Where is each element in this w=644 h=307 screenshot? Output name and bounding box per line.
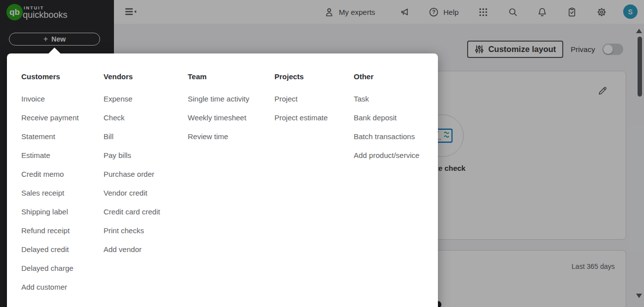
menu-item-credit-card-credit[interactable]: Credit card credit: [104, 202, 188, 221]
menu-item-project[interactable]: Project: [274, 89, 354, 108]
menu-item-delayed-charge[interactable]: Delayed charge: [21, 258, 104, 277]
menu-item-credit-memo[interactable]: Credit memo: [21, 164, 104, 183]
menu-column-title: Vendors: [104, 72, 188, 82]
menu-column-title: Projects: [274, 72, 354, 82]
menu-item-shipping-label[interactable]: Shipping label: [21, 202, 104, 221]
menu-item-expense[interactable]: Expense: [104, 89, 188, 108]
menu-item-refund-receipt[interactable]: Refund receipt: [21, 221, 104, 240]
menu-item-single-time-activity[interactable]: Single time activity: [188, 89, 274, 108]
menu-item-purchase-order[interactable]: Purchase order: [104, 164, 188, 183]
menu-column-vendors: VendorsExpenseCheckBillPay billsPurchase…: [104, 72, 188, 307]
menu-item-vendor-credit[interactable]: Vendor credit: [104, 183, 188, 202]
menu-item-project-estimate[interactable]: Project estimate: [274, 108, 354, 127]
menu-column-other: OtherTaskBank depositBatch transactionsA…: [354, 72, 437, 307]
menu-item-review-time[interactable]: Review time: [188, 127, 274, 146]
menu-column-title: Team: [188, 72, 274, 82]
menu-column-team: TeamSingle time activityWeekly timesheet…: [188, 72, 274, 307]
menu-item-pay-bills[interactable]: Pay bills: [104, 146, 188, 164]
popup-caret: [49, 48, 60, 53]
menu-item-batch-transactions[interactable]: Batch transactions: [354, 127, 437, 146]
menu-item-bill[interactable]: Bill: [104, 127, 188, 146]
menu-item-estimate[interactable]: Estimate: [21, 146, 104, 164]
menu-item-statement[interactable]: Statement: [21, 127, 104, 146]
menu-column-projects: ProjectsProjectProject estimate: [274, 72, 354, 307]
menu-item-add-product-service[interactable]: Add product/service: [354, 146, 437, 164]
menu-item-sales-receipt[interactable]: Sales receipt: [21, 183, 104, 202]
new-menu-popup: CustomersInvoiceReceive paymentStatement…: [7, 53, 438, 307]
quickbooks-app: My experts ? Help: [0, 0, 644, 307]
menu-item-delayed-credit[interactable]: Delayed credit: [21, 240, 104, 258]
menu-item-add-customer[interactable]: Add customer: [21, 277, 104, 296]
menu-column-customers: CustomersInvoiceReceive paymentStatement…: [21, 72, 104, 307]
menu-item-check[interactable]: Check: [104, 108, 188, 127]
menu-item-invoice[interactable]: Invoice: [21, 89, 104, 108]
menu-item-add-vendor[interactable]: Add vendor: [104, 240, 188, 258]
menu-item-bank-deposit[interactable]: Bank deposit: [354, 108, 437, 127]
menu-item-receive-payment[interactable]: Receive payment: [21, 108, 104, 127]
menu-item-print-checks[interactable]: Print checks: [104, 221, 188, 240]
menu-item-weekly-timesheet[interactable]: Weekly timesheet: [188, 108, 274, 127]
menu-column-title: Customers: [21, 72, 104, 82]
menu-item-task[interactable]: Task: [354, 89, 437, 108]
menu-column-title: Other: [354, 72, 437, 82]
new-menu-columns: CustomersInvoiceReceive paymentStatement…: [21, 72, 437, 307]
